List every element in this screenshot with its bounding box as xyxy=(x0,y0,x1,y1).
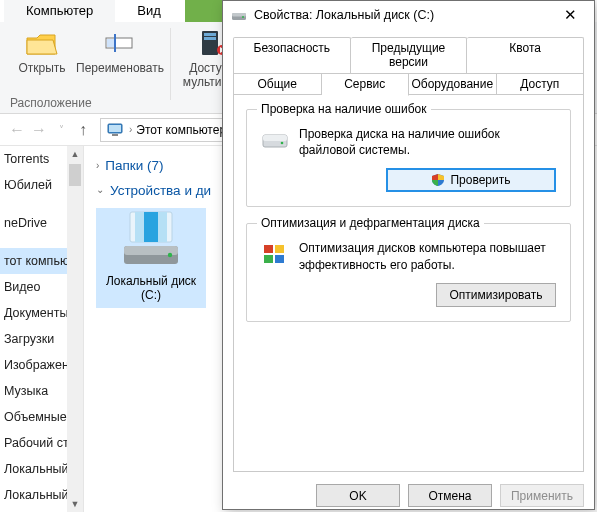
nav-back-button[interactable]: ← xyxy=(6,119,28,141)
svg-rect-9 xyxy=(109,125,121,132)
group-error-check-title: Проверка на наличие ошибок xyxy=(257,102,431,116)
nav-up-button[interactable]: ↑ xyxy=(72,119,94,141)
svg-point-20 xyxy=(242,16,244,18)
nav-forward-button[interactable]: → xyxy=(28,119,50,141)
tab-security[interactable]: Безопасность xyxy=(233,37,351,73)
chevron-right-icon: › xyxy=(129,124,132,135)
tab-quota[interactable]: Квота xyxy=(467,37,584,73)
ribbon-open-label: Открыть xyxy=(18,61,65,75)
error-check-text: Проверка диска на наличие ошибок файлово… xyxy=(299,126,556,158)
svg-point-17 xyxy=(168,253,172,257)
ribbon-open-button[interactable]: Открыть xyxy=(8,28,76,75)
svg-rect-12 xyxy=(144,212,158,242)
drive-icon xyxy=(261,128,289,152)
chevron-right-icon: › xyxy=(96,160,99,171)
ok-button[interactable]: OK xyxy=(316,484,400,507)
nav-recent-button[interactable]: ˅ xyxy=(50,119,72,141)
group-optimize: Оптимизация и дефрагментация диска Оптим… xyxy=(246,223,571,321)
check-button[interactable]: Проверить xyxy=(386,168,556,192)
svg-rect-4 xyxy=(204,33,216,36)
optimize-button-label: Оптимизировать xyxy=(450,288,543,302)
tab-content-service: Проверка на наличие ошибок Проверка диск… xyxy=(233,94,584,472)
ribbon-tab-computer[interactable]: Компьютер xyxy=(4,0,115,22)
chevron-down-icon: ⌄ xyxy=(96,184,104,195)
close-button[interactable]: ✕ xyxy=(548,1,592,29)
svg-rect-19 xyxy=(232,13,246,17)
svg-rect-14 xyxy=(158,212,167,242)
drive-c-icon xyxy=(116,208,186,270)
tab-service[interactable]: Сервис xyxy=(322,73,410,96)
shield-icon xyxy=(431,173,445,187)
optimize-button[interactable]: Оптимизировать xyxy=(436,283,556,307)
scroll-down-icon[interactable]: ▼ xyxy=(67,496,83,512)
folder-open-icon xyxy=(25,28,59,58)
svg-rect-27 xyxy=(275,255,284,263)
ribbon-rename-button[interactable]: Переименовать xyxy=(76,28,164,75)
ribbon-group-caption: Расположение xyxy=(10,96,92,110)
svg-rect-5 xyxy=(204,37,216,40)
svg-rect-10 xyxy=(112,134,118,136)
svg-rect-25 xyxy=(275,245,284,253)
properties-dialog: Свойства: Локальный диск (C:) ✕ Безопасн… xyxy=(222,0,595,510)
svg-point-23 xyxy=(281,142,284,145)
ribbon-tab-view[interactable]: Вид xyxy=(115,0,183,22)
svg-rect-2 xyxy=(107,39,114,47)
address-text: Этот компьютер xyxy=(136,123,226,137)
svg-rect-22 xyxy=(263,135,287,141)
dialog-title-text: Свойства: Локальный диск (C:) xyxy=(254,8,434,22)
drive-label-l2: (C:) xyxy=(141,288,161,302)
group-error-check: Проверка на наличие ошибок Проверка диск… xyxy=(246,109,571,207)
nav-scrollbar[interactable]: ▲ ▼ xyxy=(67,146,83,512)
svg-rect-13 xyxy=(135,212,144,242)
tab-previous-versions[interactable]: Предыдущие версии xyxy=(351,37,468,73)
scroll-thumb[interactable] xyxy=(69,164,81,186)
svg-rect-26 xyxy=(264,255,273,263)
dialog-titlebar[interactable]: Свойства: Локальный диск (C:) ✕ xyxy=(223,1,594,29)
cancel-button[interactable]: Отмена xyxy=(408,484,492,507)
tab-general[interactable]: Общие xyxy=(233,73,322,95)
tab-hardware[interactable]: Оборудование xyxy=(409,73,497,95)
apply-button: Применить xyxy=(500,484,584,507)
scroll-up-icon[interactable]: ▲ xyxy=(67,146,83,162)
drive-label-l1: Локальный диск xyxy=(106,274,196,288)
devices-label: Устройства и ди xyxy=(110,183,211,198)
this-pc-icon xyxy=(107,123,123,137)
optimize-text: Оптимизация дисков компьютера повышает э… xyxy=(299,240,556,272)
ribbon-rename-label: Переименовать xyxy=(76,61,164,75)
tab-sharing[interactable]: Доступ xyxy=(497,73,585,95)
close-icon: ✕ xyxy=(564,6,577,24)
nav-tree[interactable]: Torrents Юбилей neDrive тот компьюте Вид… xyxy=(0,146,84,512)
folders-label: Папки (7) xyxy=(105,158,163,173)
drive-tile-c[interactable]: Локальный диск (C:) xyxy=(96,208,206,308)
drive-icon xyxy=(231,8,247,22)
defrag-icon xyxy=(261,242,289,266)
rename-icon xyxy=(103,28,137,58)
dialog-footer: OK Отмена Применить xyxy=(223,482,594,509)
check-button-label: Проверить xyxy=(450,173,510,187)
svg-rect-24 xyxy=(264,245,273,253)
group-optimize-title: Оптимизация и дефрагментация диска xyxy=(257,216,484,230)
